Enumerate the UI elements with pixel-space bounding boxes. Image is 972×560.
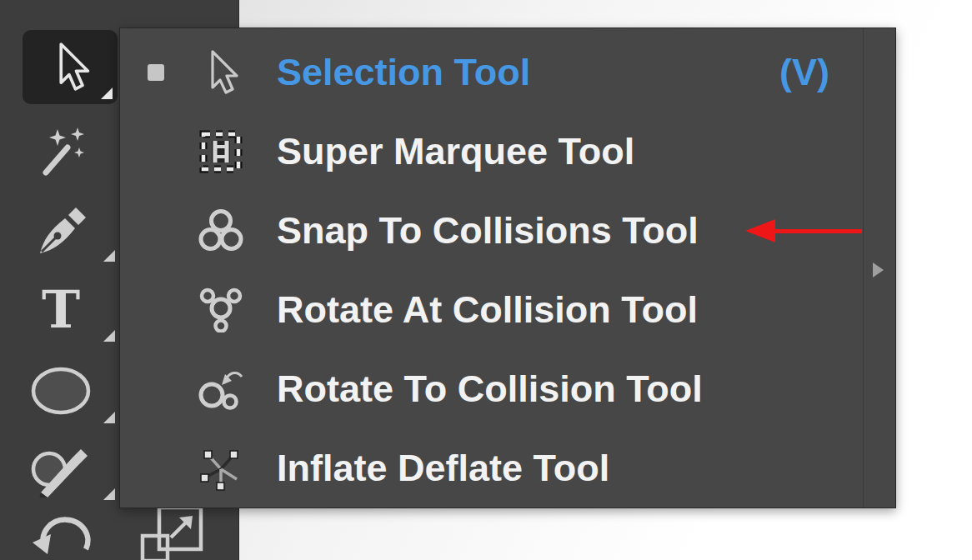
selection-cursor-icon bbox=[198, 50, 243, 95]
inflate-deflate-icon bbox=[198, 446, 243, 491]
toolbar-shaper-tool[interactable] bbox=[28, 440, 92, 498]
menu-item-super-marquee-tool[interactable]: Super Marquee Tool bbox=[120, 112, 863, 192]
menu-item-rotate-at-collision-tool[interactable]: Rotate At Collision Tool bbox=[120, 270, 863, 349]
rotate-arrow-icon bbox=[31, 512, 96, 560]
flyout-expander-arrow bbox=[873, 262, 884, 278]
ellipse-icon bbox=[29, 366, 93, 416]
flyout-tear-strip[interactable] bbox=[863, 28, 895, 508]
marquee-icon bbox=[198, 129, 243, 174]
toolbar-magic-wand-tool[interactable] bbox=[32, 123, 90, 182]
toolbar-pen-tool[interactable] bbox=[32, 203, 90, 262]
flyout-corner-indicator bbox=[103, 250, 115, 262]
flyout-corner-indicator bbox=[103, 488, 115, 500]
menu-item-inflate-deflate-tool[interactable]: Inflate Deflate Tool bbox=[120, 428, 863, 508]
toolbar-selection-tool[interactable] bbox=[23, 30, 118, 104]
tool-flyout-menu: Selection Tool (V) Super Marquee Tool bbox=[119, 28, 896, 508]
flyout-corner-indicator bbox=[101, 88, 113, 99]
flyout-item-list: Selection Tool (V) Super Marquee Tool bbox=[120, 28, 863, 508]
menu-item-label: Selection Tool bbox=[277, 51, 530, 94]
toolbar-ellipse-tool[interactable] bbox=[28, 365, 93, 417]
pen-icon bbox=[33, 205, 88, 260]
snap-collisions-icon bbox=[198, 208, 243, 253]
menu-item-rotate-to-collision-tool[interactable]: Rotate To Collision Tool bbox=[120, 349, 863, 428]
menu-item-selection-tool[interactable]: Selection Tool (V) bbox=[120, 33, 863, 112]
toolbar-type-tool[interactable]: T bbox=[32, 280, 90, 340]
current-tool-indicator bbox=[148, 460, 164, 477]
current-tool-indicator bbox=[148, 381, 164, 398]
toolbar-rotate-view-tool[interactable] bbox=[30, 512, 97, 560]
toolbar-artboard-tool[interactable] bbox=[137, 508, 212, 560]
rotate-at-collision-icon bbox=[198, 288, 243, 332]
red-arrow-tail bbox=[772, 229, 862, 233]
rotate-to-collision-icon bbox=[198, 367, 243, 412]
current-tool-indicator bbox=[148, 64, 164, 81]
current-tool-indicator bbox=[148, 222, 164, 239]
menu-item-label: Inflate Deflate Tool bbox=[277, 447, 609, 490]
menu-item-label: Super Marquee Tool bbox=[277, 130, 634, 173]
selection-cursor-icon bbox=[46, 40, 94, 95]
current-tool-indicator bbox=[148, 302, 164, 318]
magic-wand-icon bbox=[33, 124, 89, 181]
menu-item-shortcut: (V) bbox=[779, 51, 829, 94]
shaper-icon bbox=[29, 441, 91, 498]
type-tool-icon: T bbox=[42, 284, 80, 336]
flyout-corner-indicator bbox=[103, 412, 115, 423]
menu-item-label: Rotate At Collision Tool bbox=[277, 288, 698, 332]
current-tool-indicator bbox=[148, 143, 164, 160]
menu-item-label: Snap To Collisions Tool bbox=[277, 209, 699, 252]
artboard-icon bbox=[138, 508, 211, 560]
menu-item-label: Rotate To Collision Tool bbox=[277, 368, 703, 411]
red-arrow-head bbox=[745, 219, 775, 242]
annotation-red-arrow bbox=[745, 219, 862, 243]
flyout-corner-indicator bbox=[103, 330, 115, 342]
